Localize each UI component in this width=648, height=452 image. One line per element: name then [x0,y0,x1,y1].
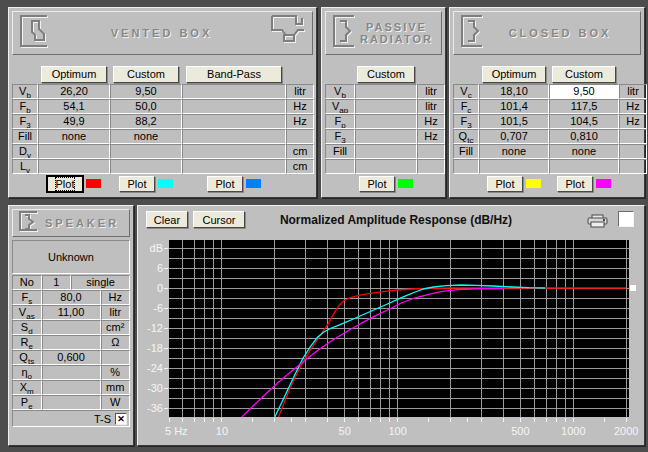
passive-plot-row: Plot [325,174,445,194]
vented-column-button-band-pass[interactable]: Band-Pass [186,66,282,83]
speaker-mode[interactable]: single [71,275,130,290]
unit-label: Hz [417,114,445,129]
cursor-button[interactable]: Cursor [193,211,245,228]
unit-label: Ω [101,335,131,350]
passive-table-row: FpHz [325,114,445,129]
vented-value-F3-custom: 88,2 [110,114,182,129]
row-label: F3 [12,114,38,129]
passive-value-F3-custom [355,129,417,144]
closed-plot-button-1[interactable]: Plot [557,176,593,192]
vented-box-header: VENTED BOX [12,11,313,55]
speaker-value-Qts[interactable]: 0,600 [42,350,101,365]
unit-label: litr [286,84,314,99]
clear-button[interactable]: Clear [146,211,188,228]
speaker-table-row: Vas11,00litr [12,305,130,320]
closed-plot-button-0[interactable]: Plot [487,176,523,192]
vented-plot-button-2[interactable]: Plot [207,176,243,192]
row-label: Vap [325,99,355,114]
vented-value-Vb-optimum: 26,20 [38,84,110,99]
unit-label [101,350,131,365]
unit-label [417,159,445,174]
passive-column-button-custom[interactable]: Custom [357,66,415,83]
vented-plot-button-0[interactable]: Plot [47,176,83,192]
closed-value-Qtc-custom: 0,810 [549,129,619,144]
speaker-table-row: Sdcm² [12,320,130,335]
plot-color-swatch [526,179,541,188]
closed-column-buttons: OptimumCustom [453,64,647,84]
closed-value-row5-optimum [479,159,549,174]
speaker-table-row: Fs80,0Hz [12,290,130,305]
unit-label: W [101,395,131,410]
y-axis-label: -36 [147,402,163,414]
unit-label [417,144,445,159]
vented-value-Fill-optimum: none [38,129,110,144]
vented-value-Lv-custom [110,159,182,174]
cursor-marker[interactable] [630,285,636,291]
closed-table-row: Fillnonenone [453,144,647,159]
row-label: Qtc [453,129,479,144]
speaker-table-row: ReΩ [12,335,130,350]
row-label: F3 [325,129,355,144]
speaker-value-Fs[interactable]: 80,0 [42,290,101,305]
printer-icon[interactable] [586,214,610,230]
speaker-value-Xm[interactable] [42,380,101,395]
vented-plot-button-1[interactable]: Plot [119,176,155,192]
vented-value-Fb-optimum: 54,1 [38,99,110,114]
closed-table-row: Vc18,109,50litr [453,84,647,99]
vented-box-table: OptimumCustomBand-PassVb26,209,50litrFb5… [12,64,314,194]
speaker-value-Sd[interactable] [42,320,101,335]
passive-table-row: Vaplitr [325,99,445,114]
closed-column-button-optimum[interactable]: Optimum [482,66,546,83]
closed-value-Fc-optimum: 101,4 [479,99,549,114]
row-label: Xm [12,380,42,395]
vented-column-button-optimum[interactable]: Optimum [41,66,107,83]
x-axis-label: 2000 [614,425,638,437]
amplitude-response-plot[interactable]: dB60-6-12-18-24-30-365 Hz105010050010002… [138,232,646,446]
closed-value-Vc-custom[interactable]: 9,50 [549,84,619,99]
speaker-header: SPEAKER [12,209,130,237]
passive-radiator-table: CustomVblitrVaplitrFpHzF3HzFillPlot [325,64,445,194]
plot-area-toggle[interactable] [618,211,634,227]
x-axis-label: 100 [388,425,406,437]
closed-table-row: F3101,5104,5Hz [453,114,647,129]
plot-color-swatch [158,179,173,188]
speaker-no-value[interactable]: 1 [42,275,72,290]
unit-label: Hz [619,114,647,129]
speaker-name-box[interactable]: Unknown [12,240,130,274]
row-label: Vc [453,84,479,99]
passive-plot-button-0[interactable]: Plot [359,176,395,192]
speaker-value-ηo[interactable] [42,365,101,380]
passive-value-Fp-custom [355,114,417,129]
vented-column-button-custom[interactable]: Custom [113,66,179,83]
passive-value-Vap-custom [355,99,417,114]
vented-box-diagram-icon [268,13,308,53]
plot-color-swatch [398,179,413,188]
unit-label: % [101,365,131,380]
unit-label: litr [101,305,131,320]
vented-value-Lv-band-pass [182,159,286,174]
chart-toolbar: Clear Cursor Normalized Amplitude Respon… [138,206,644,232]
speaker-value-Re[interactable] [42,335,101,350]
unit-label: litr [417,84,445,99]
ts-checkbox[interactable]: ✕ [115,413,127,425]
closed-column-button-custom[interactable]: Custom [552,66,616,83]
y-axis-label: 6 [157,262,163,274]
closed-table-row: Qtc0,7070,810 [453,129,647,144]
y-axis-label: -30 [147,382,163,394]
closed-value-Fill-optimum: none [479,144,549,159]
speaker-value-Pe[interactable] [42,395,101,410]
vented-value-F3-band-pass [182,114,286,129]
chart-panel: Clear Cursor Normalized Amplitude Respon… [137,205,645,446]
row-label: No [12,275,42,290]
row-label: Vb [12,84,38,99]
speaker-icon [17,210,39,236]
vented-table-row: Fillnonenone [12,129,314,144]
vented-box-panel: VENTED BOX OptimumCustomBand-PassVb26,20… [8,7,317,198]
unit-label [619,159,647,174]
x-axis-label: 5 Hz [165,425,188,437]
speaker-icon [330,13,356,53]
row-label: Dv [12,144,38,159]
vented-table-row: Lvcm [12,159,314,174]
speaker-value-Vas[interactable]: 11,00 [42,305,101,320]
row-label: Fill [453,144,479,159]
